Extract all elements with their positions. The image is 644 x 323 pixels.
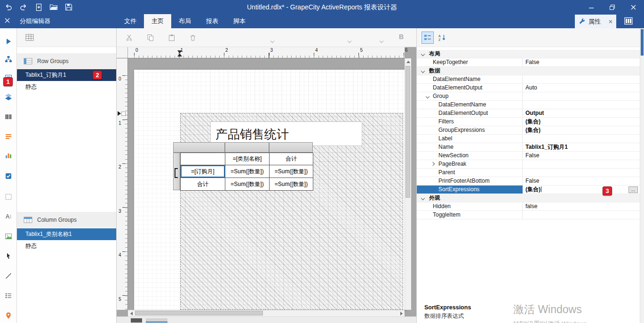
close-properties-icon[interactable] — [609, 20, 612, 24]
property-value[interactable]: (集合) — [523, 118, 640, 126]
close-button[interactable] — [623, 0, 644, 14]
scroll-up-icon[interactable] — [405, 58, 412, 65]
layers-icon[interactable] — [5, 93, 12, 101]
tablix-cell[interactable]: =Sum([数量]) — [225, 165, 270, 178]
vertical-scroll-thumb[interactable] — [405, 66, 410, 198]
minimize-button[interactable] — [580, 0, 602, 14]
property-value[interactable] — [523, 101, 640, 109]
restore-button[interactable] — [602, 0, 623, 14]
chevron-down-icon[interactable] — [421, 196, 425, 200]
tablix-cell[interactable]: =[类别名称] — [225, 153, 270, 165]
canvas-vertical-scrollbar[interactable] — [405, 58, 411, 310]
property-row-DataElementOutput[interactable]: DataElementOutputOutput — [417, 109, 640, 118]
tab-布局[interactable]: 布局 — [171, 14, 199, 28]
property-value[interactable] — [523, 211, 640, 219]
tab-脚本[interactable]: 脚本 — [226, 14, 253, 28]
property-value[interactable] — [523, 92, 640, 100]
close-panel-icon[interactable] — [5, 18, 10, 23]
property-row-DataElementName[interactable]: DataElementName — [417, 75, 640, 84]
property-value[interactable]: (集合)... — [523, 186, 640, 194]
panel-columns-icon[interactable] — [624, 17, 633, 25]
property-value[interactable]: False — [523, 152, 640, 160]
run-preview-icon[interactable] — [5, 38, 12, 45]
property-value[interactable] — [523, 75, 640, 83]
tab-文件[interactable]: 文件 — [117, 14, 144, 28]
hierarchy-icon[interactable] — [5, 56, 12, 63]
tab-报表[interactable]: 报表 — [199, 14, 226, 28]
property-value[interactable]: False — [523, 177, 640, 185]
font-dropdown-chevron-icon[interactable] — [271, 36, 275, 40]
sort-alphabetical-icon[interactable]: AZ — [438, 34, 446, 41]
property-value[interactable] — [523, 160, 640, 168]
redo-icon[interactable] — [19, 2, 28, 12]
checkbox-icon[interactable] — [5, 172, 12, 180]
property-row-Name[interactable]: NameTablix1_订购月1 — [417, 143, 640, 152]
property-row-ToggleItem[interactable]: ToggleItem — [417, 211, 640, 219]
scroll-right-icon[interactable] — [398, 310, 405, 317]
copy-icon[interactable] — [147, 34, 154, 41]
property-value[interactable]: Tablix1_订购月1 — [523, 143, 640, 151]
style-dropdown-chevron-icon[interactable] — [380, 36, 384, 40]
chevron-right-icon[interactable] — [431, 162, 435, 166]
open-file-icon[interactable] — [49, 2, 58, 12]
canvas-horizontal-scrollbar[interactable] — [128, 310, 405, 316]
ellipsis-button[interactable]: ... — [628, 186, 638, 193]
line-icon[interactable] — [5, 272, 12, 280]
column-group-item-selected[interactable]: Tablix1_类别名称1 — [17, 228, 116, 240]
container-icon[interactable] — [5, 193, 12, 201]
new-report-icon[interactable] — [34, 2, 43, 12]
chevron-down-icon[interactable] — [426, 95, 429, 98]
image-icon[interactable] — [5, 233, 12, 240]
tablix-column-handle[interactable] — [269, 142, 313, 153]
pointer-icon[interactable] — [5, 252, 12, 260]
save-icon[interactable] — [64, 2, 73, 12]
tablix-cell[interactable]: 合计 — [181, 178, 225, 191]
richtext-icon[interactable] — [5, 133, 12, 140]
tab-主页[interactable]: 主页 — [144, 14, 171, 28]
chevron-down-icon[interactable] — [421, 69, 425, 73]
property-row-Parent[interactable]: Parent — [417, 169, 640, 177]
property-value[interactable]: Output — [523, 109, 640, 117]
property-row-布局[interactable]: 布局 — [417, 50, 640, 58]
fontsize-dropdown-chevron-icon[interactable] — [348, 36, 352, 40]
column-group-item-static[interactable]: 静态 — [17, 240, 116, 252]
bold-button[interactable]: B — [399, 33, 404, 40]
property-row-Filters[interactable]: Filters(集合) — [417, 118, 640, 126]
property-row-Label[interactable]: Label — [417, 135, 640, 143]
chart-icon[interactable] — [5, 152, 12, 159]
tab-properties[interactable]: 属性 — [575, 15, 616, 28]
bottom-tab-stub[interactable] — [131, 318, 142, 323]
property-row-NewSection[interactable]: NewSectionFalse — [417, 152, 640, 160]
horizontal-scroll-thumb[interactable] — [135, 311, 263, 315]
tablix-cell[interactable]: =Sum([数量]) — [270, 178, 313, 191]
property-value[interactable]: False — [523, 58, 640, 66]
tablix-cell[interactable]: =Sum([数量]) — [270, 165, 313, 178]
delete-icon[interactable] — [189, 34, 197, 41]
table-grid-icon[interactable] — [25, 34, 34, 41]
textbox-icon[interactable]: A — [5, 213, 12, 220]
paste-icon[interactable] — [168, 34, 175, 41]
properties-scroll-thumb[interactable] — [641, 29, 644, 56]
bottom-tab-stub[interactable] — [146, 318, 167, 323]
tablix-cell[interactable]: =Sum([数量]) — [225, 178, 270, 191]
tablix-column-handle[interactable] — [225, 142, 269, 153]
property-row-GroupExpressions[interactable]: GroupExpressions(集合) — [417, 126, 640, 135]
tablix-cell[interactable] — [181, 153, 225, 165]
property-row-DataElementName[interactable]: DataElementName — [417, 101, 640, 109]
tablix-cell[interactable]: =[订购月] — [181, 165, 225, 178]
property-row-PrintFooterAtBottom[interactable]: PrintFooterAtBottomFalse — [417, 177, 640, 186]
property-value[interactable] — [523, 169, 640, 177]
scroll-left-icon[interactable] — [128, 310, 135, 317]
property-row-KeepTogether[interactable]: KeepTogetherFalse — [417, 58, 640, 67]
property-row-Hidden[interactable]: Hiddenfalse — [417, 202, 640, 211]
property-value[interactable]: (集合) — [523, 126, 640, 134]
tablix-cell[interactable]: 合计 — [270, 153, 313, 165]
chevron-down-icon[interactable] — [421, 52, 425, 56]
list-icon[interactable] — [5, 292, 12, 299]
barcode-icon[interactable] — [5, 113, 12, 121]
map-pin-icon[interactable] — [5, 312, 12, 319]
undo-icon[interactable] — [4, 2, 13, 12]
tablix-control[interactable]: =[类别名称]合计=[订购月]=Sum([数量])=Sum([数量])合计=Su… — [173, 142, 313, 190]
tablix-column-handle[interactable] — [173, 142, 225, 153]
properties-scrollbar[interactable] — [640, 28, 644, 323]
